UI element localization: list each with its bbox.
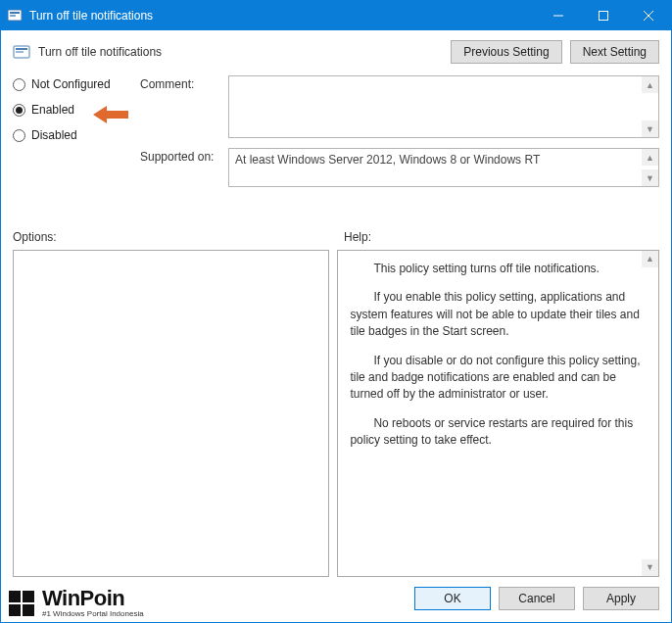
upper-grid: Not Configured Enabled Disabled Comment:… (13, 75, 659, 216)
radio-label: Disabled (31, 128, 77, 142)
ok-button[interactable]: OK (414, 587, 491, 610)
radio-icon (13, 104, 25, 117)
options-label: Options: (13, 230, 336, 244)
scroll-up-icon[interactable]: ▲ (642, 76, 658, 93)
previous-setting-button[interactable]: Previous Setting (451, 40, 561, 64)
supported-on-label: Supported on: (140, 148, 228, 164)
svg-rect-4 (600, 12, 608, 21)
minimize-button[interactable] (536, 1, 581, 30)
comment-textarea[interactable]: ▲ ▼ (228, 75, 659, 138)
app-icon (7, 8, 23, 24)
close-button[interactable] (626, 1, 671, 30)
nav-buttons: Previous Setting Next Setting (451, 40, 659, 64)
dialog-window: Turn off tile notifications Turn off til… (0, 0, 672, 623)
scroll-up-icon[interactable]: ▲ (642, 251, 658, 267)
radio-icon (13, 129, 25, 142)
header-row: Turn off tile notifications Previous Set… (13, 40, 659, 64)
scroll-down-icon[interactable]: ▼ (642, 169, 658, 186)
window-controls (536, 1, 671, 30)
apply-button[interactable]: Apply (583, 587, 659, 610)
cancel-button[interactable]: Cancel (499, 587, 575, 610)
radio-disabled[interactable]: Disabled (13, 128, 140, 142)
radio-enabled[interactable]: Enabled (13, 103, 140, 117)
svg-rect-1 (10, 12, 20, 14)
options-pane (13, 250, 329, 577)
supported-on-box: At least Windows Server 2012, Windows 8 … (228, 148, 659, 187)
radio-not-configured[interactable]: Not Configured (13, 77, 140, 91)
client-area: Turn off tile notifications Previous Set… (1, 30, 671, 622)
titlebar[interactable]: Turn off tile notifications (1, 1, 671, 30)
help-paragraph: If you enable this policy setting, appli… (350, 289, 647, 340)
help-paragraph: No reboots or service restarts are requi… (350, 415, 647, 450)
help-paragraph: If you disable or do not configure this … (350, 353, 647, 404)
next-setting-button[interactable]: Next Setting (570, 40, 659, 64)
radio-label: Enabled (31, 103, 74, 117)
setting-title: Turn off tile notifications (38, 45, 162, 59)
dialog-buttons: OK Cancel Apply (13, 587, 659, 610)
svg-rect-3 (553, 16, 563, 17)
radio-label: Not Configured (31, 77, 111, 91)
help-pane: This policy setting turns off tile notif… (337, 250, 659, 577)
scroll-down-icon[interactable]: ▼ (642, 120, 658, 137)
svg-rect-2 (10, 15, 16, 17)
radio-icon (13, 78, 25, 91)
scroll-up-icon[interactable]: ▲ (642, 149, 658, 166)
panes: This policy setting turns off tile notif… (13, 250, 659, 577)
window-title: Turn off tile notifications (29, 9, 153, 23)
svg-rect-6 (16, 48, 27, 50)
svg-rect-7 (16, 51, 24, 53)
state-radio-group: Not Configured Enabled Disabled (13, 75, 140, 142)
mid-labels: Options: Help: (13, 230, 659, 244)
policy-setting-icon (13, 43, 30, 61)
comment-label: Comment: (140, 75, 228, 91)
help-label: Help: (336, 230, 659, 244)
watermark-subtitle: #1 Windows Portal Indonesia (42, 609, 144, 618)
help-paragraph: This policy setting turns off tile notif… (350, 261, 647, 277)
scroll-down-icon[interactable]: ▼ (642, 559, 658, 576)
maximize-button[interactable] (581, 1, 626, 30)
supported-on-value: At least Windows Server 2012, Windows 8 … (235, 153, 540, 167)
